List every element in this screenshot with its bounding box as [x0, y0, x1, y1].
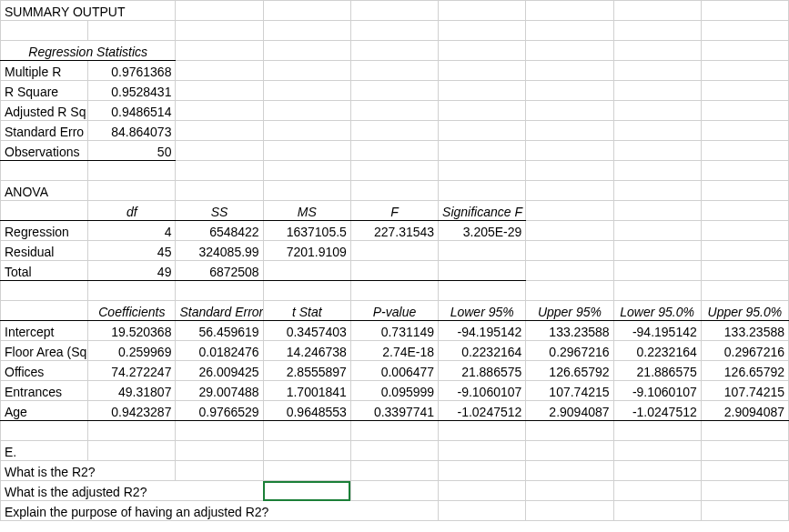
anova-value: 6548422 — [176, 221, 263, 241]
active-cell[interactable] — [263, 481, 350, 501]
summary-title: SUMMARY OUTPUT — [1, 1, 176, 21]
stat-label: Multiple R — [1, 61, 88, 81]
coef-value: -94.195142 — [613, 321, 701, 341]
question-adj-r2: What is the adjusted R2? — [1, 481, 264, 501]
anova-head: F — [350, 201, 438, 221]
coef-head: t Stat — [263, 301, 350, 321]
reg-stats-header: Regression Statistics — [1, 41, 176, 61]
coef-value: 49.31807 — [88, 381, 176, 401]
spreadsheet-grid[interactable]: SUMMARY OUTPUT Regression Statistics Mul… — [0, 0, 789, 521]
coef-value: -94.195142 — [439, 321, 526, 341]
anova-value: 45 — [88, 241, 176, 261]
coef-value: 0.2967216 — [526, 341, 613, 361]
stat-label: Observations — [1, 141, 88, 161]
coef-value: 107.74215 — [526, 381, 613, 401]
stat-value: 0.9486514 — [88, 101, 176, 121]
coef-value: 1.7001841 — [263, 381, 350, 401]
coef-value: -1.0247512 — [439, 401, 526, 421]
coef-head: Upper 95.0% — [701, 301, 788, 321]
anova-rowlabel: Total — [1, 261, 88, 281]
stat-value: 84.864073 — [88, 121, 176, 141]
coef-value: 29.007488 — [176, 381, 263, 401]
coef-head: Lower 95% — [439, 301, 526, 321]
coef-value: 2.9094087 — [526, 401, 613, 421]
coef-head: P-value — [350, 301, 438, 321]
coef-value: 126.65792 — [526, 361, 613, 381]
question-r2: What is the R2? — [1, 461, 176, 481]
coef-rowlabel: Offices — [1, 361, 88, 381]
anova-head: Significance F — [439, 201, 526, 221]
anova-value: 324085.99 — [176, 241, 263, 261]
coef-rowlabel: Floor Area (Sq — [1, 341, 88, 361]
coef-value: -9.1060107 — [613, 381, 701, 401]
anova-value: 7201.9109 — [263, 241, 350, 261]
stat-label: Standard Erro — [1, 121, 88, 141]
coef-value: 0.3397741 — [350, 401, 438, 421]
stat-value: 0.9528431 — [88, 81, 176, 101]
coef-value: 0.9648553 — [263, 401, 350, 421]
stat-value: 0.9761368 — [88, 61, 176, 81]
coef-value: 0.006477 — [350, 361, 438, 381]
coef-value: 0.2232164 — [613, 341, 701, 361]
coef-value: 126.65792 — [701, 361, 788, 381]
coef-value: 2.8555897 — [263, 361, 350, 381]
coef-value: 2.74E-18 — [350, 341, 438, 361]
coef-value: 0.2232164 — [439, 341, 526, 361]
anova-value: 227.31543 — [350, 221, 438, 241]
coef-value: 2.9094087 — [701, 401, 788, 421]
coef-value: 21.886575 — [439, 361, 526, 381]
coef-value: 26.009425 — [176, 361, 263, 381]
coef-value: 0.0182476 — [176, 341, 263, 361]
coef-value: 0.095999 — [350, 381, 438, 401]
coef-value: 133.23588 — [701, 321, 788, 341]
coef-head: Standard Error — [176, 301, 263, 321]
stat-label: R Square — [1, 81, 88, 101]
coef-value: 56.459619 — [176, 321, 263, 341]
anova-rowlabel: Regression — [1, 221, 88, 241]
coef-rowlabel: Entrances — [1, 381, 88, 401]
coef-value: 0.9766529 — [176, 401, 263, 421]
anova-head: df — [88, 201, 176, 221]
anova-value: 6872508 — [176, 261, 263, 281]
coef-value: 0.3457403 — [263, 321, 350, 341]
coef-value: 0.259969 — [88, 341, 176, 361]
coef-value: 107.74215 — [701, 381, 788, 401]
coef-rowlabel: Intercept — [1, 321, 88, 341]
coef-value: 14.246738 — [263, 341, 350, 361]
anova-value: 1637105.5 — [263, 221, 350, 241]
coef-value: -9.1060107 — [439, 381, 526, 401]
anova-value: 3.205E-29 — [439, 221, 526, 241]
coef-value: 0.9423287 — [88, 401, 176, 421]
coef-value: 0.2967216 — [701, 341, 788, 361]
question-e: E. — [1, 441, 88, 461]
coef-value: 0.731149 — [350, 321, 438, 341]
coef-head: Upper 95% — [526, 301, 613, 321]
coef-value: 21.886575 — [613, 361, 701, 381]
stat-value: 50 — [88, 141, 176, 161]
anova-value: 4 — [88, 221, 176, 241]
coef-value: 133.23588 — [526, 321, 613, 341]
coef-head: Coefficients — [88, 301, 176, 321]
coef-head: Lower 95.0% — [613, 301, 701, 321]
anova-title: ANOVA — [1, 181, 88, 201]
coef-rowlabel: Age — [1, 401, 88, 421]
coef-value: -1.0247512 — [613, 401, 701, 421]
anova-head: MS — [263, 201, 350, 221]
anova-head: SS — [176, 201, 263, 221]
stat-label: Adjusted R Sq — [1, 101, 88, 121]
question-explain: Explain the purpose of having an adjuste… — [1, 501, 439, 521]
anova-value: 49 — [88, 261, 176, 281]
anova-rowlabel: Residual — [1, 241, 88, 261]
coef-value: 74.272247 — [88, 361, 176, 381]
coef-value: 19.520368 — [88, 321, 176, 341]
